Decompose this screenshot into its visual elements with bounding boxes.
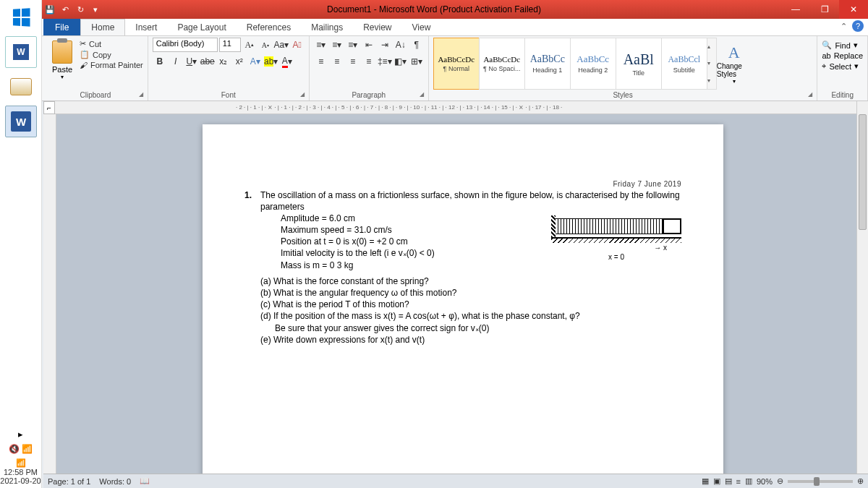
zoom-level[interactable]: 90% xyxy=(757,477,773,486)
zoom-slider[interactable] xyxy=(788,480,853,483)
style---no-spaci---[interactable]: AaBbCcDc¶ No Spaci... xyxy=(479,38,525,90)
style-heading-2[interactable]: AaBbCcHeading 2 xyxy=(570,38,616,90)
font-name-select[interactable]: Calibri (Body) xyxy=(153,38,218,52)
font-color-button[interactable]: A▾ xyxy=(280,54,294,69)
qat-save[interactable]: 💾 xyxy=(43,3,56,16)
start-button[interactable] xyxy=(0,0,42,35)
inc-indent-button[interactable]: ⇥ xyxy=(378,38,392,52)
tab-mailings[interactable]: Mailings xyxy=(301,19,353,35)
align-left-button[interactable]: ≡ xyxy=(314,54,328,69)
style-subtitle[interactable]: AaBbCclSubtitle xyxy=(661,38,707,90)
dec-indent-button[interactable]: ⇤ xyxy=(362,38,376,52)
group-paragraph: ≡▾ ≡▾ ≡▾ ⇤ ⇥ A↓ ¶ ≡ ≡ ≡ ≡ ‡≡▾ ◧▾ ⊞▾ Para… xyxy=(310,36,429,100)
strike-button[interactable]: abe xyxy=(200,54,215,69)
zoom-out-button[interactable]: ⊖ xyxy=(777,476,783,486)
style-heading-1[interactable]: AaBbCcHeading 1 xyxy=(524,38,571,90)
style---normal[interactable]: AaBbCcDc¶ Normal xyxy=(433,38,480,90)
subscript-button[interactable]: x₂ xyxy=(216,54,231,69)
line-spacing-button[interactable]: ‡≡▾ xyxy=(378,54,392,69)
text-effects-button[interactable]: A▾ xyxy=(248,54,263,69)
tab-pagelayout[interactable]: Page Layout xyxy=(167,19,236,35)
paste-button[interactable]: Paste ▾ xyxy=(48,38,77,80)
zoom-in-button[interactable]: ⊕ xyxy=(857,476,864,486)
bold-button[interactable]: B xyxy=(153,54,167,69)
page-indicator[interactable]: Page: 1 of 1 xyxy=(48,477,90,486)
paragraph-launcher[interactable]: ◢ xyxy=(420,91,424,98)
help-icon[interactable]: ? xyxy=(852,20,864,32)
styles-launcher[interactable]: ◢ xyxy=(808,91,812,98)
borders-button[interactable]: ⊞▾ xyxy=(409,54,424,69)
taskbar-word-small[interactable]: W xyxy=(5,36,37,68)
highlight-button[interactable]: ab▾ xyxy=(264,54,278,69)
scrollbar-thumb[interactable] xyxy=(859,114,867,230)
taskbar-paint[interactable] xyxy=(5,71,37,103)
tab-home[interactable]: Home xyxy=(80,19,125,35)
vertical-ruler[interactable] xyxy=(43,114,56,474)
select-button[interactable]: ⌖Select ▾ xyxy=(822,61,859,71)
sort-button[interactable]: A↓ xyxy=(393,38,408,52)
underline-button[interactable]: U▾ xyxy=(184,54,199,69)
justify-button[interactable]: ≡ xyxy=(362,54,376,69)
align-right-button[interactable]: ≡ xyxy=(346,54,360,69)
style-title[interactable]: AaBlTitle xyxy=(616,38,662,90)
clear-format-button[interactable]: A⃠ xyxy=(290,38,305,52)
qat-undo[interactable]: ↶ xyxy=(59,3,72,16)
cut-button[interactable]: ✂Cut xyxy=(80,39,143,48)
word-count[interactable]: Words: 0 xyxy=(99,477,131,486)
tab-review[interactable]: Review xyxy=(353,19,401,35)
tab-insert[interactable]: Insert xyxy=(125,19,167,35)
maximize-button[interactable]: ❐ xyxy=(810,0,839,19)
close-button[interactable]: ✕ xyxy=(839,0,868,19)
view-draft[interactable]: ▥ xyxy=(745,476,752,486)
horizontal-ruler[interactable]: · 2 · | · 1 · | · ⨯ · | · 1 · | · 2 · | … xyxy=(55,101,868,114)
taskbar-word[interactable]: W xyxy=(5,106,37,137)
tab-view[interactable]: View xyxy=(402,19,441,35)
minimize-ribbon-icon[interactable]: ⌃ xyxy=(838,20,849,32)
qat-redo[interactable]: ↻ xyxy=(74,3,87,16)
copy-button[interactable]: 📋Copy xyxy=(80,50,143,59)
format-painter-button[interactable]: 🖌Format Painter xyxy=(80,61,143,69)
minimize-button[interactable]: — xyxy=(781,0,810,19)
change-styles-button[interactable]: AChange Styles▾ xyxy=(717,38,752,90)
volume-icon[interactable]: 🔇 📶 xyxy=(0,444,41,454)
copy-icon: 📋 xyxy=(80,50,90,59)
italic-button[interactable]: I xyxy=(169,54,183,69)
spellcheck-icon[interactable]: 📖 xyxy=(140,476,150,486)
ruler-corner[interactable]: ⌐ xyxy=(43,101,55,114)
signal-icon[interactable]: 📶 xyxy=(0,458,41,468)
tab-file[interactable]: File xyxy=(43,19,80,35)
bullets-button[interactable]: ≡▾ xyxy=(314,38,328,52)
numbering-button[interactable]: ≡▾ xyxy=(330,38,344,52)
change-case-button[interactable]: Aa▾ xyxy=(274,38,289,52)
clock-time[interactable]: 12:58 PM xyxy=(0,468,41,476)
clock-date[interactable]: 2021-09-20 xyxy=(0,476,41,485)
styles-more-button[interactable]: ▴▾▾ xyxy=(707,38,717,90)
show-marks-button[interactable]: ¶ xyxy=(409,38,424,52)
paste-icon xyxy=(52,40,72,64)
question-intro: The oscillation of a mass on a frictionl… xyxy=(260,189,681,213)
binoculars-icon: 🔍 xyxy=(822,40,832,50)
taskbar-tray: ▸ 🔇 📶 📶 12:58 PM 2021-09-20 xyxy=(0,426,41,488)
windows-logo-icon xyxy=(13,8,30,27)
cursor-icon: ⌖ xyxy=(822,61,826,71)
superscript-button[interactable]: x² xyxy=(232,54,247,69)
view-web[interactable]: ▤ xyxy=(725,476,732,486)
grow-font-button[interactable]: A▴ xyxy=(242,38,257,52)
qat-customize[interactable]: ▾ xyxy=(89,3,102,16)
replace-button[interactable]: abReplace xyxy=(822,51,863,60)
shading-button[interactable]: ◧▾ xyxy=(393,54,408,69)
page[interactable]: Friday 7 June 2019 1. The oscillation of… xyxy=(203,124,723,474)
view-print-layout[interactable]: ▦ xyxy=(702,476,709,486)
shrink-font-button[interactable]: A▾ xyxy=(258,38,273,52)
align-center-button[interactable]: ≡ xyxy=(330,54,344,69)
tab-references[interactable]: References xyxy=(237,19,301,35)
vertical-scrollbar[interactable] xyxy=(856,101,868,474)
multilevel-button[interactable]: ≡▾ xyxy=(346,38,360,52)
view-outline[interactable]: ≡ xyxy=(736,477,741,486)
clipboard-launcher[interactable]: ◢ xyxy=(139,91,143,98)
font-size-select[interactable]: 11 xyxy=(219,38,241,52)
view-fullscreen[interactable]: ▣ xyxy=(713,476,720,486)
replace-icon: ab xyxy=(822,51,830,60)
font-launcher[interactable]: ◢ xyxy=(300,91,305,98)
find-button[interactable]: 🔍Find ▾ xyxy=(822,40,857,50)
